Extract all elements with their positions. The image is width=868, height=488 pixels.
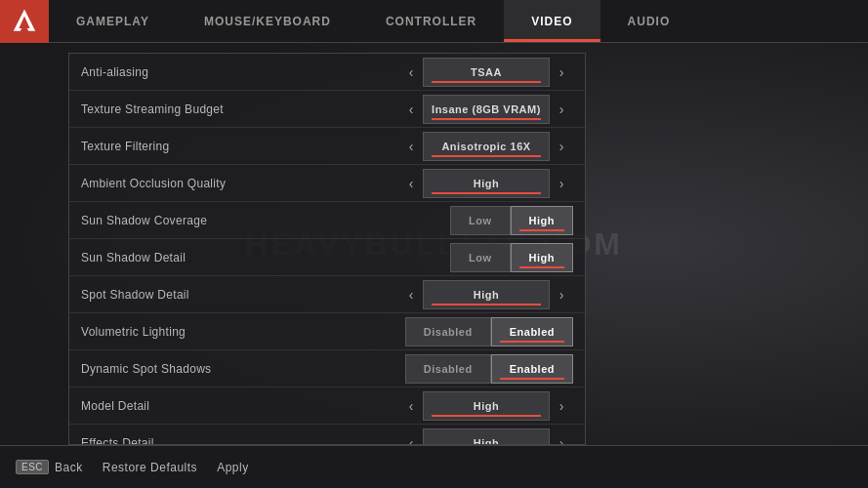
tab-controller[interactable]: CONTROLLER [358,0,504,42]
spot-shadow-detail-control: ‹ High › [399,280,573,309]
setting-row-sun-shadow-coverage: Sun Shadow Coverage Low High [69,202,585,239]
spot-shadow-detail-prev[interactable]: ‹ [399,280,423,309]
anti-aliasing-label: Anti-aliasing [81,65,399,79]
texture-filtering-value-box: Anisotropic 16X [423,132,550,161]
dynamic-spot-shadows-disabled[interactable]: Disabled [405,354,491,384]
dynamic-spot-shadows-control: Disabled Enabled [405,354,573,384]
apex-logo-icon [11,8,38,35]
volumetric-lighting-control: Disabled Enabled [405,317,573,346]
sun-shadow-detail-label: Sun Shadow Detail [81,251,450,264]
top-navigation: GAMEPLAY MOUSE/KEYBOARD CONTROLLER VIDEO… [0,0,868,43]
tab-mouse-keyboard[interactable]: MOUSE/KEYBOARD [177,0,358,42]
texture-streaming-next[interactable]: › [550,95,573,124]
ambient-occlusion-value-box: High [423,169,550,198]
esc-key-badge: ESC [16,460,49,474]
model-detail-value-box: High [423,391,550,421]
effects-detail-next[interactable]: › [550,428,573,446]
setting-row-anti-aliasing: Anti-aliasing ‹ TSAA › [69,54,585,91]
texture-streaming-prev[interactable]: ‹ [399,95,423,124]
texture-filtering-control: ‹ Anisotropic 16X › [399,132,573,161]
setting-row-effects-detail: Effects Detail ‹ High › [69,425,585,445]
texture-filtering-prev[interactable]: ‹ [399,132,423,161]
ambient-occlusion-bar [432,192,541,194]
texture-filtering-bar [432,155,541,157]
ambient-occlusion-control: ‹ High › [399,169,573,198]
tab-video[interactable]: VIDEO [504,0,599,42]
ambient-occlusion-prev[interactable]: ‹ [399,169,423,198]
setting-row-model-detail: Model Detail ‹ High › [69,387,585,425]
spot-shadow-detail-label: Spot Shadow Detail [81,288,399,302]
anti-aliasing-value-box: TSAA [423,58,550,87]
anti-aliasing-next[interactable]: › [550,58,573,87]
sun-shadow-coverage-label: Sun Shadow Coverage [81,214,450,227]
setting-row-texture-filtering: Texture Filtering ‹ Anisotropic 16X › [69,128,585,165]
spot-shadow-detail-value: High [474,289,499,301]
spot-shadow-detail-next[interactable]: › [550,280,573,309]
ambient-occlusion-next[interactable]: › [550,169,573,198]
setting-row-ambient-occlusion: Ambient Occlusion Quality ‹ High › [69,165,585,202]
restore-defaults-button[interactable]: Restore Defaults [103,461,197,474]
sun-shadow-detail-high[interactable]: High [511,243,573,272]
spot-shadow-detail-bar [432,304,541,305]
ambient-occlusion-label: Ambient Occlusion Quality [81,177,399,190]
model-detail-value: High [474,400,499,412]
anti-aliasing-control: ‹ TSAA › [399,58,573,87]
anti-aliasing-value: TSAA [471,66,502,78]
setting-row-dynamic-spot-shadows: Dynamic Spot Shadows Disabled Enabled [69,350,585,387]
setting-row-sun-shadow-detail: Sun Shadow Detail Low High [69,239,585,276]
main-content: HEAVYBULLETS.COM Anti-aliasing ‹ TSAA › … [0,43,868,445]
back-label: Back [55,461,83,474]
texture-streaming-value-box: Insane (8GB VRAM) [423,95,550,124]
spot-shadow-detail-value-box: High [423,280,550,309]
volumetric-lighting-disabled[interactable]: Disabled [405,317,491,346]
tab-audio[interactable]: AUDIO [600,0,698,42]
model-detail-bar [432,415,541,417]
setting-row-volumetric-lighting: Volumetric Lighting Disabled Enabled [69,313,585,350]
texture-streaming-control: ‹ Insane (8GB VRAM) › [399,95,573,124]
effects-detail-value-box: High [423,428,550,446]
setting-row-texture-streaming: Texture Streaming Budget ‹ Insane (8GB V… [69,91,585,128]
anti-aliasing-bar [432,81,541,83]
volumetric-lighting-label: Volumetric Lighting [81,325,405,339]
apex-logo [0,0,49,43]
effects-detail-value: High [474,437,499,446]
effects-detail-control: ‹ High › [399,428,573,446]
model-detail-label: Model Detail [81,399,399,413]
bottom-bar: ESC Back Restore Defaults Apply [0,445,868,488]
sun-shadow-detail-low[interactable]: Low [450,243,511,272]
model-detail-prev[interactable]: ‹ [399,391,423,421]
tab-gameplay[interactable]: GAMEPLAY [49,0,177,42]
model-detail-control: ‹ High › [399,391,573,421]
effects-detail-label: Effects Detail [81,436,399,446]
sun-shadow-coverage-control: Low High [450,206,573,235]
model-detail-next[interactable]: › [550,391,573,421]
volumetric-lighting-enabled[interactable]: Enabled [491,317,573,346]
setting-row-spot-shadow-detail: Spot Shadow Detail ‹ High › [69,276,585,313]
dynamic-spot-shadows-enabled[interactable]: Enabled [491,354,573,384]
texture-filtering-value: Anisotropic 16X [441,141,530,152]
settings-panel: Anti-aliasing ‹ TSAA › Texture Streaming… [68,53,586,445]
dynamic-spot-shadows-label: Dynamic Spot Shadows [81,362,405,376]
back-button[interactable]: ESC Back [16,460,83,474]
apply-button[interactable]: Apply [217,461,249,474]
sun-shadow-detail-control: Low High [450,243,573,272]
restore-defaults-label: Restore Defaults [103,461,197,474]
texture-filtering-next[interactable]: › [550,132,573,161]
sun-shadow-coverage-low[interactable]: Low [450,206,511,235]
texture-streaming-bar [432,118,541,120]
effects-detail-prev[interactable]: ‹ [399,428,423,446]
texture-filtering-label: Texture Filtering [81,140,399,153]
texture-streaming-value: Insane (8GB VRAM) [432,103,541,115]
texture-streaming-label: Texture Streaming Budget [81,102,399,116]
nav-tabs: GAMEPLAY MOUSE/KEYBOARD CONTROLLER VIDEO… [49,0,868,42]
ambient-occlusion-value: High [474,178,499,189]
sun-shadow-coverage-high[interactable]: High [511,206,573,235]
anti-aliasing-prev[interactable]: ‹ [399,58,423,87]
apply-label: Apply [217,461,249,474]
